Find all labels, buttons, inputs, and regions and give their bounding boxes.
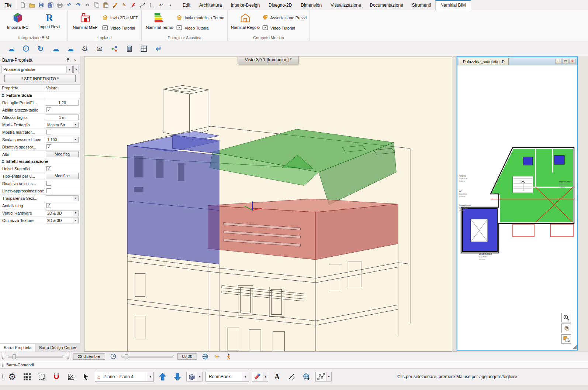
print-icon[interactable] xyxy=(56,1,63,8)
roombook-combo[interactable]: RoomBook ▾ xyxy=(205,372,249,382)
slider-handle[interactable] xyxy=(125,354,128,359)
property-dropdown[interactable]: ▾ xyxy=(46,195,79,201)
chevron-down-icon[interactable]: ▾ xyxy=(73,218,78,223)
menu-disegno-2d[interactable]: Disegno-2D xyxy=(264,0,296,10)
geo-position-icon[interactable] xyxy=(301,371,312,383)
menu-architettura[interactable]: Architettura xyxy=(195,0,226,10)
axon-view-icon[interactable] xyxy=(186,372,197,382)
copy-icon[interactable] xyxy=(93,1,100,8)
redo-icon[interactable]: ↷ xyxy=(75,1,82,8)
cloud-sync-icon[interactable]: ☁ xyxy=(7,44,15,54)
pan-hand-icon[interactable] xyxy=(561,324,571,333)
time-slider[interactable] xyxy=(121,356,173,358)
toolbar-grip[interactable] xyxy=(68,354,69,359)
window-tool-icon[interactable] xyxy=(139,44,148,54)
property-dropdown[interactable]: 2D & 3D▾ xyxy=(46,210,79,216)
property-section-header[interactable]: Effetti visualizzazione xyxy=(0,158,80,165)
chevron-down-icon[interactable]: ▾ xyxy=(147,372,153,381)
open-folder-icon[interactable] xyxy=(28,1,35,8)
time-field[interactable]: 08:00 xyxy=(177,353,197,360)
file-menu[interactable]: File xyxy=(0,0,16,10)
undo-icon[interactable]: ↶ xyxy=(65,1,72,8)
menu-strumenti[interactable]: Strumenti xyxy=(408,0,435,10)
return-icon[interactable]: ↵ xyxy=(154,44,163,54)
globe-icon[interactable] xyxy=(201,353,209,360)
property-checkbox[interactable] xyxy=(46,181,51,186)
panel-menu-button[interactable]: ▾ xyxy=(73,66,79,73)
polyline-tool-icon[interactable] xyxy=(315,372,326,382)
chevron-down-icon[interactable]: ▾ xyxy=(326,372,332,382)
property-modify-button[interactable]: Modifica xyxy=(46,151,79,157)
door-tool-icon[interactable] xyxy=(125,44,134,54)
property-modify-button[interactable]: Modifica xyxy=(46,173,79,179)
menu-dimension[interactable]: Dimension xyxy=(296,0,326,10)
selection-rect-icon[interactable] xyxy=(36,371,48,383)
chevron-down-icon[interactable]: ▾ xyxy=(73,137,78,142)
chevron-down-icon[interactable]: ▾ xyxy=(73,196,78,201)
property-dropdown[interactable]: 1:100▾ xyxy=(46,137,79,143)
close-panel-icon[interactable]: × xyxy=(73,58,78,62)
viewport-3d[interactable]: Viste-3D 1 [Immagine] * xyxy=(84,56,452,352)
toolbar-grip[interactable] xyxy=(2,354,3,359)
invia-modello-a-termo-button[interactable]: Invia modello a Termo xyxy=(176,14,224,21)
importa-ifc-button[interactable]: Importa IFC xyxy=(3,11,32,33)
tab-namirial-bim[interactable]: Namirial BIM xyxy=(435,0,471,10)
axes-icon[interactable] xyxy=(148,1,155,8)
save-icon[interactable] xyxy=(38,1,45,8)
menu-edit[interactable]: Edit xyxy=(178,0,195,10)
namirial-regolo-button[interactable]: Namirial Regolo xyxy=(231,11,260,33)
chevron-down-icon[interactable]: ▾ xyxy=(197,372,203,382)
property-checkbox[interactable] xyxy=(46,130,51,134)
viewport-tab[interactable]: Viste-3D 1 [Immagine] * xyxy=(238,57,299,64)
select-cursor-icon[interactable] xyxy=(80,371,92,383)
close-icon[interactable]: × xyxy=(570,59,575,64)
property-checkbox[interactable]: ✓ xyxy=(46,203,51,208)
delete-icon[interactable]: ✗ xyxy=(130,1,137,8)
tab-barra-design-center[interactable]: Barra Design-Center xyxy=(35,344,80,352)
settings-gear-icon[interactable]: ⚙ xyxy=(80,44,89,54)
import-revit-button[interactable]: R Import Revit xyxy=(35,11,64,33)
walkthrough-icon[interactable] xyxy=(225,353,232,360)
plan-window-tab[interactable]: Palazzina_sottotetto -P xyxy=(459,58,509,65)
cut-icon[interactable]: ✂ xyxy=(84,1,91,8)
format-painter-icon[interactable] xyxy=(111,1,118,8)
magnet-snap-icon[interactable] xyxy=(51,371,62,383)
restore-icon[interactable]: □ xyxy=(563,59,568,64)
plan-canvas[interactable]: PergolaSuperficie:Volume:WCSuperficie:Vo… xyxy=(457,65,577,350)
namirial-mep-button[interactable]: Namirial MEP xyxy=(70,11,100,33)
property-checkbox[interactable]: ✓ xyxy=(46,107,51,112)
property-field[interactable]: 1:20 xyxy=(46,100,79,106)
info-icon[interactable]: i xyxy=(21,44,30,54)
floor-selector-combo[interactable]: ⌂ Piano : Piano 4 ▾ xyxy=(95,372,154,382)
chevron-down-icon[interactable]: ▾ xyxy=(263,372,268,382)
paste-icon[interactable] xyxy=(102,1,109,8)
new-document-icon[interactable] xyxy=(19,1,26,8)
floor-down-button[interactable] xyxy=(172,371,183,383)
property-checkbox[interactable]: ✓ xyxy=(46,144,51,149)
date-field[interactable]: 22 dicembre xyxy=(73,353,105,360)
text-tool-icon[interactable]: A xyxy=(271,371,283,383)
mail-icon[interactable]: ✉ xyxy=(95,44,104,54)
property-section-header[interactable]: Fattore-Scala xyxy=(0,92,80,99)
pin-icon[interactable] xyxy=(65,58,70,63)
menu-visualizzazione[interactable]: Visualizzazione xyxy=(326,0,366,10)
property-dropdown[interactable]: Mostra Str▾ xyxy=(46,122,79,128)
chevron-down-icon[interactable]: ▾ xyxy=(73,122,78,127)
sun-icon[interactable]: ☀ xyxy=(213,353,221,360)
toolbar-grip[interactable] xyxy=(2,374,3,380)
set-indefinito-button[interactable]: * SET INDEFINITO * xyxy=(4,75,76,82)
menu-documentazione[interactable]: Documentazione xyxy=(366,0,408,10)
property-checkbox[interactable] xyxy=(46,188,51,193)
date-slider[interactable] xyxy=(8,356,63,358)
save-all-icon[interactable] xyxy=(47,1,54,8)
share-icon[interactable] xyxy=(110,44,119,54)
property-checkbox[interactable]: ✓ xyxy=(46,166,51,171)
rays-icon[interactable] xyxy=(65,371,77,383)
associazione-prezzi-button[interactable]: Associazione Prezzi xyxy=(262,14,307,21)
eraser-icon[interactable] xyxy=(252,372,263,382)
video-tutorial-button[interactable]: Video Tutorial xyxy=(176,25,224,31)
refresh-icon[interactable]: ↻ xyxy=(36,44,45,54)
namirial-termo-button[interactable]: Namirial Termo xyxy=(145,11,174,33)
chevron-down-icon[interactable]: ▾ xyxy=(242,372,249,381)
cloud-upload-icon[interactable]: ☁↑ xyxy=(66,44,75,54)
